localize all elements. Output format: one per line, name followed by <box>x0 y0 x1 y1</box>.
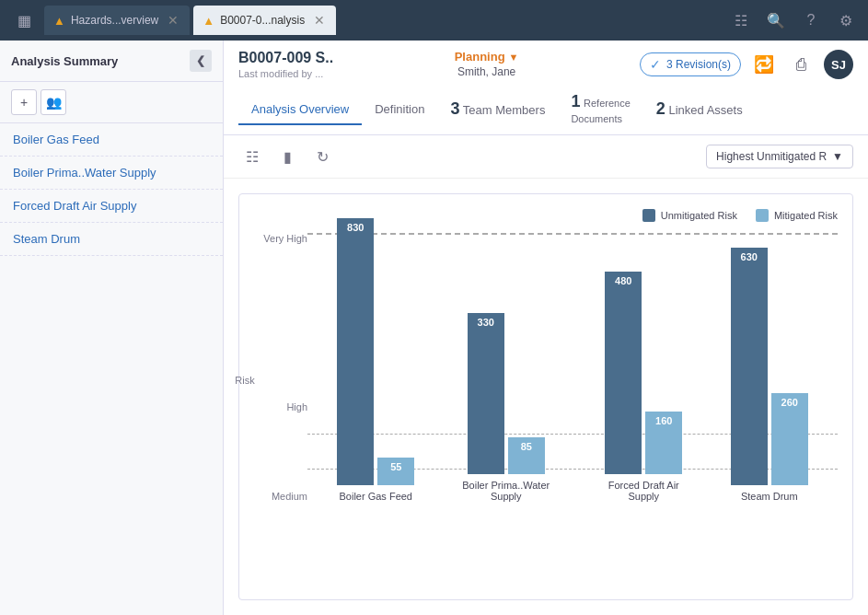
sidebar-header: Analysis Summary ❮ <box>0 41 223 82</box>
bar-label-0: Boiler Gas Feed <box>340 491 412 502</box>
bar-group-3: 630 260 Steam Drum <box>731 248 808 502</box>
bar-value-0-unmitigated: 830 <box>347 222 364 233</box>
refresh-icon[interactable]: ↻ <box>308 143 336 170</box>
bar-group-2: 480 160 Forced Draft Air Supply <box>597 272 689 502</box>
bar-unmitigated-0: 830 <box>337 218 374 485</box>
hazards-tab-warning-icon: ▲ <box>53 14 65 28</box>
tab-definition[interactable]: Definition <box>362 95 437 125</box>
export-icon[interactable]: ⎙ <box>787 51 815 78</box>
tag-icon[interactable]: ▮ <box>273 143 301 170</box>
bar-value-3-unmitigated: 630 <box>741 251 758 262</box>
header-right: ✓ 3 Revision(s) 🔁 ⎙ SJ <box>640 50 853 79</box>
header-center: Planning ▼ Smith, Jane <box>455 50 519 78</box>
toolbar-left: ☷ ▮ ↻ <box>238 143 336 170</box>
settings-icon[interactable]: ⚙ <box>831 6 861 35</box>
sidebar-actions: + 👥 <box>0 82 223 123</box>
status-chevron-icon[interactable]: ▼ <box>509 52 519 63</box>
chart-inner: Unmitigated Risk Mitigated Risk Risk Ver… <box>238 193 853 600</box>
legend-mitigated: Mitigated Risk <box>756 209 838 222</box>
bar-unmitigated-3: 630 <box>731 248 768 485</box>
top-right-icons: ☷ 🔍 ? ⚙ <box>726 6 861 35</box>
sidebar-list: Boiler Gas Feed Boiler Prima..Water Supp… <box>0 123 223 615</box>
tab-analysis-close[interactable]: ✕ <box>314 13 325 28</box>
status-label: Planning <box>455 50 505 64</box>
document-icon[interactable]: ☷ <box>726 6 756 35</box>
chart-container: Unmitigated Risk Mitigated Risk Risk Ver… <box>224 179 868 615</box>
content-header: B0007-009 S.. Last modified by ... Plann… <box>224 41 868 135</box>
sidebar-item-forced-draft[interactable]: Forced Draft Air Supply <box>0 190 223 223</box>
sidebar-item-boiler-gas[interactable]: Boiler Gas Feed <box>0 123 223 157</box>
bar-chart: Risk Very High High Medium <box>254 233 838 528</box>
tab-analysis[interactable]: ▲ B0007-0...nalysis ✕ <box>193 6 336 35</box>
y-label-high: High <box>254 401 307 412</box>
tab-hazards-label: Hazards...verview <box>71 14 158 27</box>
map-icon[interactable]: ☷ <box>238 143 266 170</box>
tab-hazards-close[interactable]: ✕ <box>168 13 179 28</box>
sidebar-collapse-btn[interactable]: ❮ <box>190 50 212 72</box>
tab-analysis-overview[interactable]: Analysis Overview <box>238 95 362 125</box>
dashboard-tab-icon[interactable]: ▦ <box>7 4 41 37</box>
status-user: Smith, Jane <box>457 65 515 78</box>
tab-team-members[interactable]: 3 Team Members <box>437 92 558 128</box>
tab-bar: ▦ ▲ Hazards...verview ✕ ▲ B0007-0...naly… <box>0 0 868 41</box>
sidebar-item-steam-drum[interactable]: Steam Drum <box>0 223 223 256</box>
bar-pair-3: 630 260 <box>731 248 808 485</box>
content-toolbar: ☷ ▮ ↻ Highest Unmitigated R ▼ <box>224 135 868 179</box>
content: B0007-009 S.. Last modified by ... Plann… <box>224 41 868 615</box>
help-icon[interactable]: ? <box>796 6 826 35</box>
legend-unmitigated-color <box>642 209 655 222</box>
bar-value-1-mitigated: 85 <box>521 441 532 452</box>
revision-btn[interactable]: ✓ 3 Revision(s) <box>640 52 741 76</box>
bar-unmitigated-1: 330 <box>468 313 504 474</box>
y-label-medium: Medium <box>254 491 307 502</box>
bar-mitigated-0: 55 <box>377 458 414 485</box>
content-header-top: B0007-009 S.. Last modified by ... Plann… <box>238 50 853 79</box>
bar-pair-2: 480 160 <box>605 272 682 474</box>
tab-linked-assets[interactable]: 2 Linked Assets <box>643 92 756 128</box>
bar-mitigated-2: 160 <box>645 412 682 474</box>
bar-pair-0: 830 55 <box>337 218 414 485</box>
header-left: B0007-009 S.. Last modified by ... <box>238 50 333 79</box>
bar-value-2-mitigated: 160 <box>655 415 672 426</box>
bar-label-2: Forced Draft Air Supply <box>597 480 689 502</box>
y-axis-title: Risk <box>235 375 254 386</box>
bar-value-1-unmitigated: 330 <box>478 317 494 328</box>
bar-group-0: 830 55 Boiler Gas Feed <box>337 218 414 502</box>
status-badge[interactable]: Planning ▼ <box>455 50 519 64</box>
sidebar-title: Analysis Summary <box>11 54 118 68</box>
search-icon[interactable]: 🔍 <box>761 6 791 35</box>
filter-dropdown[interactable]: Highest Unmitigated R ▼ <box>706 145 853 168</box>
people-icon[interactable]: 👥 <box>41 89 66 115</box>
revision-check-icon: ✓ <box>650 57 661 72</box>
bar-pair-1: 330 85 <box>468 313 545 474</box>
legend-mitigated-label: Mitigated Risk <box>774 210 838 221</box>
y-label-very-high: Very High <box>254 233 307 244</box>
bar-value-2-unmitigated: 480 <box>615 275 631 286</box>
filter-chevron-icon: ▼ <box>832 150 843 163</box>
analysis-tab-warning-icon: ▲ <box>203 14 214 28</box>
tab-analysis-label: B0007-0...nalysis <box>220 14 305 27</box>
tab-team-label: Team Members <box>463 103 546 117</box>
sidebar-header-left: Analysis Summary <box>11 54 118 68</box>
bar-value-0-mitigated: 55 <box>390 461 401 472</box>
sidebar: Analysis Summary ❮ + 👥 Boiler Gas Feed B… <box>0 41 224 615</box>
revision-label: 3 Revision(s) <box>666 58 731 71</box>
sidebar-item-boiler-prima[interactable]: Boiler Prima..Water Supply <box>0 157 223 190</box>
tab-reference-documents[interactable]: 1 ReferenceDocuments <box>558 85 642 134</box>
tab-reference-label: ReferenceDocuments <box>571 98 630 124</box>
bar-mitigated-3: 260 <box>771 393 808 485</box>
bar-group-1: 330 85 Boiler Prima..Water Supply <box>456 313 557 502</box>
bar-label-1: Boiler Prima..Water Supply <box>456 480 557 502</box>
add-item-btn[interactable]: + <box>11 89 37 115</box>
filter-label: Highest Unmitigated R <box>716 150 827 163</box>
tab-linked-label: Linked Assets <box>668 103 742 117</box>
share-icon[interactable]: 🔁 <box>750 51 778 78</box>
bar-unmitigated-2: 480 <box>605 272 642 474</box>
y-axis: Risk Very High High Medium <box>254 233 307 528</box>
avatar: SJ <box>824 50 853 79</box>
bar-value-3-mitigated: 260 <box>781 397 798 408</box>
tab-hazards[interactable]: ▲ Hazards...verview ✕ <box>44 6 190 35</box>
bar-mitigated-1: 85 <box>508 437 545 474</box>
last-modified: Last modified by ... <box>238 68 333 79</box>
bars-area: 830 55 Boiler Gas Feed <box>307 233 838 502</box>
